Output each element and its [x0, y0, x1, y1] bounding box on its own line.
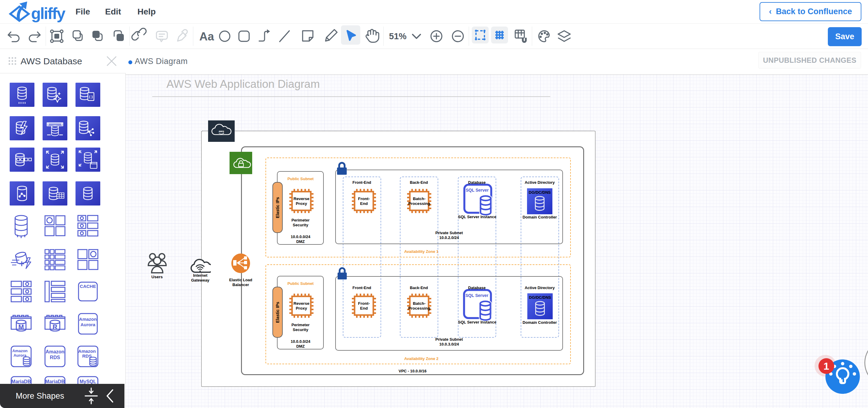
svg-text:End: End: [360, 201, 368, 206]
svg-text:Amazon: Amazon: [79, 316, 97, 322]
svg-text:1: 1: [824, 360, 829, 372]
svg-text:MySQL: MySQL: [80, 379, 96, 384]
svg-text:DG/DC/DNS: DG/DC/DNS: [529, 190, 551, 195]
svg-text:Aurora: Aurora: [80, 322, 95, 327]
svg-text:SQL Server: SQL Server: [466, 188, 489, 193]
svg-text:Reverse: Reverse: [293, 197, 310, 201]
svg-text:SQL Server: SQL Server: [465, 293, 489, 298]
svg-text:DG/DC/DNS: DG/DC/DNS: [529, 295, 551, 300]
svg-text:MariaDB: MariaDB: [45, 379, 65, 384]
svg-text:R: R: [53, 323, 57, 331]
svg-text:Batch-: Batch-: [413, 301, 426, 306]
svg-text:Amazon: Amazon: [78, 348, 96, 354]
svg-text:MariaDB: MariaDB: [11, 379, 31, 384]
svg-text:RDS: RDS: [50, 355, 60, 360]
svg-text:Aa: Aa: [199, 30, 214, 43]
svg-text:Proxy: Proxy: [296, 306, 307, 310]
svg-text:gliffy: gliffy: [31, 4, 66, 22]
svg-text:CACHE: CACHE: [80, 284, 96, 289]
svg-text:Batch-: Batch-: [413, 197, 426, 201]
svg-text:Front-: Front-: [358, 197, 370, 201]
svg-text:Reverse: Reverse: [293, 301, 310, 306]
svg-text:Proxy: Proxy: [296, 201, 307, 206]
svg-text:End: End: [360, 306, 368, 310]
svg-text:Amazon: Amazon: [12, 348, 28, 353]
svg-text:Processing: Processing: [408, 201, 430, 206]
svg-text:❴❵: ❴❵: [89, 95, 93, 99]
svg-text:Amazon: Amazon: [45, 349, 64, 354]
svg-text:Processing: Processing: [408, 306, 430, 310]
svg-text:Front-: Front-: [358, 301, 370, 306]
svg-text:aws: aws: [219, 130, 224, 133]
svg-text:M: M: [19, 323, 24, 331]
